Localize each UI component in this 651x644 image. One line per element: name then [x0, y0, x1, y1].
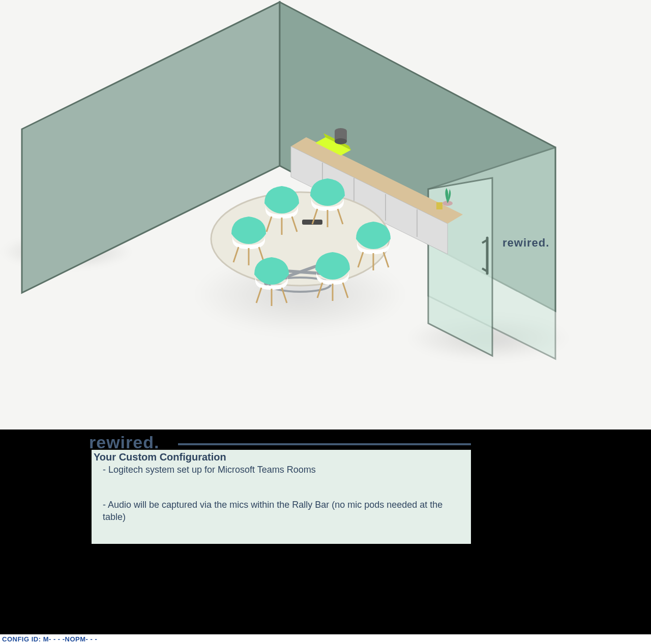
svg-line-32	[256, 288, 261, 303]
config-id-value: M- - - -NOPM- - -	[43, 635, 98, 643]
svg-line-31	[343, 283, 348, 298]
config-item: Logitech system set up for Microsoft Tea…	[103, 464, 467, 476]
config-id-line: CONFIG ID: M- - - -NOPM- - -	[0, 634, 651, 644]
cup-icon	[436, 202, 442, 209]
svg-line-28	[383, 252, 389, 267]
room-scene: rewired.	[0, 0, 651, 430]
config-title: Your Custom Configuration	[94, 451, 467, 463]
brand-divider	[178, 443, 471, 445]
config-list: Logitech system set up for Microsoft Tea…	[94, 464, 467, 523]
config-item: Audio will be captured via the mics with…	[103, 499, 467, 523]
room-illustration	[0, 0, 651, 430]
config-id-label: CONFIG ID:	[2, 635, 41, 643]
config-card: Your Custom Configuration Logitech syste…	[92, 450, 471, 544]
footer-panel: rewired. Your Custom Configuration Logit…	[0, 430, 651, 644]
svg-point-14	[335, 138, 347, 144]
glass-door-brand-label: rewired.	[502, 236, 549, 250]
